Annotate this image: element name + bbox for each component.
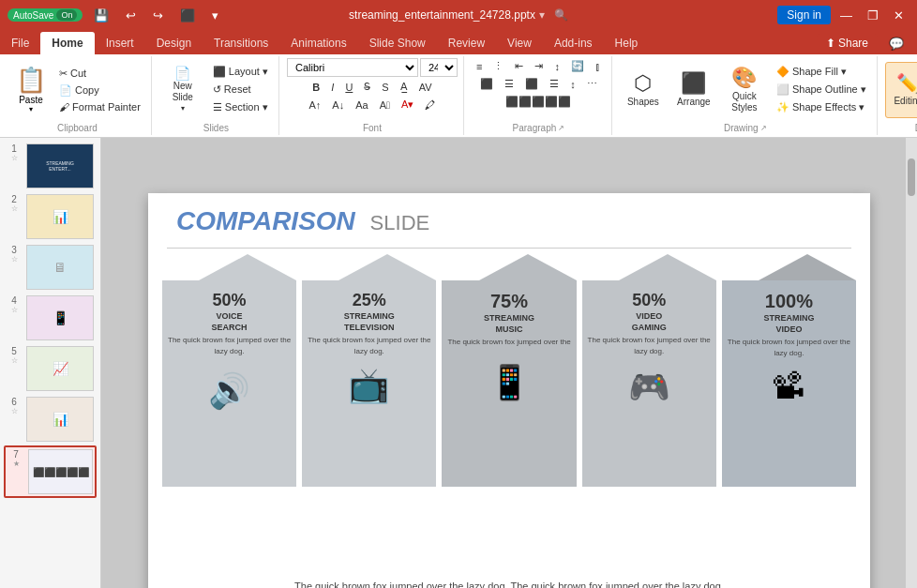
line-spacing-button[interactable]: ↕ bbox=[565, 77, 580, 92]
indent-increase-button[interactable]: ⇥ bbox=[530, 58, 548, 74]
convert-smartart-button[interactable]: 🔄 bbox=[566, 58, 589, 74]
numbered-list-button[interactable]: ⋮ bbox=[489, 58, 508, 74]
canvas-area: COMPARISON SLIDE 50% VOICESEARCH The qui… bbox=[101, 138, 917, 588]
ribbon: File Home Insert Design Transitions Anim… bbox=[0, 30, 917, 138]
ribbon-tabs: File Home Insert Design Transitions Anim… bbox=[0, 30, 917, 54]
close-button[interactable]: ✕ bbox=[888, 7, 909, 24]
columns-button[interactable]: ⫿ bbox=[591, 59, 606, 74]
comments-button[interactable]: 💬 bbox=[883, 35, 909, 53]
share-button[interactable]: ⬆ Share bbox=[817, 34, 878, 53]
group-clipboard: 📋 Paste ▾ ✂ Cut 📄 Copy 🖌 Format Painter … bbox=[4, 56, 152, 135]
increase-font-button[interactable]: A↑ bbox=[305, 98, 326, 113]
tab-design[interactable]: Design bbox=[145, 32, 203, 54]
more-para-button[interactable]: ⋯ bbox=[582, 76, 602, 92]
customize-button[interactable]: ▾ bbox=[206, 7, 224, 24]
tab-slideshow[interactable]: Slide Show bbox=[358, 32, 437, 54]
arrow-2: 25% STREAMINGTELEVISION The quick brown … bbox=[302, 254, 436, 487]
slide-title: COMPARISON SLIDE bbox=[176, 206, 429, 236]
slide-thumb-1[interactable]: 1 ☆ STREAMINGENTERT... bbox=[4, 142, 97, 190]
bullet-list-button[interactable]: ≡ bbox=[472, 59, 487, 74]
undo-button[interactable]: ↩ bbox=[120, 7, 142, 24]
tab-file[interactable]: File bbox=[0, 32, 40, 54]
tab-insert[interactable]: Insert bbox=[95, 32, 145, 54]
arrange-button[interactable]: ⬛ Arrange bbox=[670, 62, 717, 118]
slide-caption: The quick brown fox jumped over the lazy… bbox=[176, 580, 842, 588]
italic-button[interactable]: I bbox=[326, 80, 338, 95]
decrease-font-button[interactable]: A↓ bbox=[327, 98, 349, 113]
scrollbar-thumb[interactable] bbox=[908, 158, 915, 196]
shape-fill-button[interactable]: 🔶 Shape Fill ▾ bbox=[772, 64, 871, 80]
autosave-toggle[interactable]: AutoSave On bbox=[8, 8, 83, 22]
ribbon-content: 📋 Paste ▾ ✂ Cut 📄 Copy 🖌 Format Painter … bbox=[0, 54, 917, 137]
slide-canvas[interactable]: COMPARISON SLIDE 50% VOICESEARCH The qui… bbox=[148, 193, 870, 588]
font-color-button[interactable]: A▾ bbox=[397, 97, 418, 113]
character-spacing-button[interactable]: AV bbox=[414, 80, 437, 95]
justify-button[interactable]: ☰ bbox=[545, 76, 564, 92]
vertical-scrollbar[interactable] bbox=[906, 138, 917, 588]
slide-thumb-3[interactable]: 3 ☆ 🖥 bbox=[4, 243, 97, 292]
arrow-4: 50% VIDEOGAMING The quick brown fox jump… bbox=[582, 254, 716, 487]
slide-thumb-6[interactable]: 6 ☆ 📊 bbox=[4, 395, 97, 444]
slide-thumb-4[interactable]: 4 ☆ 📱 bbox=[4, 294, 97, 342]
columns-area: 50% VOICESEARCH The quick brown fox jump… bbox=[162, 254, 856, 554]
reset-button[interactable]: ↺ Reset bbox=[208, 82, 273, 98]
editing-button[interactable]: ✏️ Editing bbox=[885, 62, 917, 118]
arrow-1: 50% VOICESEARCH The quick brown fox jump… bbox=[162, 254, 296, 487]
signin-button[interactable]: Sign in bbox=[777, 6, 831, 24]
arrow-3: 75% STREAMINGMUSIC The quick brown fox j… bbox=[442, 254, 576, 487]
title-bar-center: streaming_entertainment_24728.pptx ▾ 🔍 bbox=[349, 8, 568, 22]
strikethrough-button[interactable]: S̶ bbox=[359, 79, 375, 95]
slide-thumb-5[interactable]: 5 ☆ 📈 bbox=[4, 344, 97, 393]
copy-button[interactable]: 📄 Copy bbox=[54, 83, 145, 98]
text-direction-para-button[interactable]: ↕ bbox=[549, 59, 564, 74]
cut-button[interactable]: ✂ Cut bbox=[54, 66, 145, 82]
shape-outline-button[interactable]: ⬜ Shape Outline ▾ bbox=[772, 82, 871, 98]
change-case-button[interactable]: Aa bbox=[351, 98, 372, 113]
tab-view[interactable]: View bbox=[496, 32, 543, 54]
new-slide-button[interactable]: 📄 NewSlide ▾ bbox=[159, 62, 206, 118]
tab-home[interactable]: Home bbox=[40, 32, 94, 54]
title-bar-right: Sign in — ❐ ✕ bbox=[777, 6, 909, 24]
minimize-button[interactable]: — bbox=[834, 7, 858, 24]
align-center-button[interactable]: ☰ bbox=[500, 76, 519, 92]
bold-button[interactable]: B bbox=[308, 80, 324, 95]
shapes-button[interactable]: ⬡ Shapes bbox=[620, 62, 667, 118]
redo-button[interactable]: ↪ bbox=[147, 7, 169, 24]
indent-decrease-button[interactable]: ⇤ bbox=[510, 58, 528, 74]
save-button[interactable]: 💾 bbox=[88, 7, 114, 24]
tab-help[interactable]: Help bbox=[604, 32, 650, 54]
slide-thumb-7[interactable]: 7 ★ ⬛⬛⬛⬛⬛ bbox=[4, 445, 97, 498]
shadow-button[interactable]: S bbox=[377, 80, 393, 95]
tab-review[interactable]: Review bbox=[437, 32, 496, 54]
slide-thumb-2[interactable]: 2 ☆ 📊 bbox=[4, 192, 97, 241]
col-3: 75% STREAMINGMUSIC The quick brown fox j… bbox=[442, 254, 576, 554]
para-row3[interactable]: ⬛⬛⬛⬛⬛ bbox=[501, 94, 576, 110]
tab-animations[interactable]: Animations bbox=[279, 32, 357, 54]
paste-button[interactable]: 📋 Paste ▾ bbox=[9, 63, 53, 116]
group-paragraph: ≡ ⋮ ⇤ ⇥ ↕ 🔄 ⫿ ⬛ ☰ ⬛ ☰ ↕ ⋯ ⬛⬛⬛⬛⬛ bbox=[466, 56, 612, 135]
tab-addins[interactable]: Add-ins bbox=[543, 32, 604, 54]
font-family-select[interactable]: Calibri bbox=[287, 58, 418, 77]
restore-button[interactable]: ❐ bbox=[862, 7, 884, 24]
format-painter-button[interactable]: 🖌 Format Painter bbox=[54, 99, 145, 114]
underline-button[interactable]: U bbox=[340, 80, 357, 95]
group-designer: ✏️ Editing 💡 DesignIdeas Designer bbox=[879, 56, 917, 135]
align-right-button[interactable]: ⬛ bbox=[520, 76, 543, 92]
tab-transitions[interactable]: Transitions bbox=[203, 32, 279, 54]
slide-panel: 1 ☆ STREAMINGENTERT... 2 ☆ 📊 3 ☆ 🖥 bbox=[0, 138, 101, 588]
quick-styles-button[interactable]: 🎨 QuickStyles bbox=[721, 62, 768, 118]
highlight-button[interactable]: 🖍 bbox=[420, 98, 440, 113]
slide-divider bbox=[167, 248, 851, 249]
text-direction-button[interactable]: A̲ bbox=[396, 79, 413, 95]
col-2: 25% STREAMINGTELEVISION The quick brown … bbox=[302, 254, 436, 554]
present-button[interactable]: ⬛ bbox=[174, 7, 201, 24]
group-drawing: ⬡ Shapes ⬛ Arrange 🎨 QuickStyles 🔶 Shape… bbox=[614, 56, 878, 135]
title-bar-left: AutoSave On 💾 ↩ ↪ ⬛ ▾ bbox=[8, 7, 224, 24]
layout-button[interactable]: ⬛ Layout ▾ bbox=[208, 64, 273, 80]
section-button[interactable]: ☰ Section ▾ bbox=[208, 99, 273, 115]
clear-format-button[interactable]: A⃝ bbox=[375, 98, 395, 113]
shape-effects-button[interactable]: ✨ Shape Effects ▾ bbox=[772, 99, 871, 115]
group-slides: 📄 NewSlide ▾ ⬛ Layout ▾ ↺ Reset ☰ Sectio… bbox=[154, 56, 279, 135]
font-size-select[interactable]: 24 bbox=[420, 58, 458, 77]
align-left-button[interactable]: ⬛ bbox=[475, 76, 498, 92]
